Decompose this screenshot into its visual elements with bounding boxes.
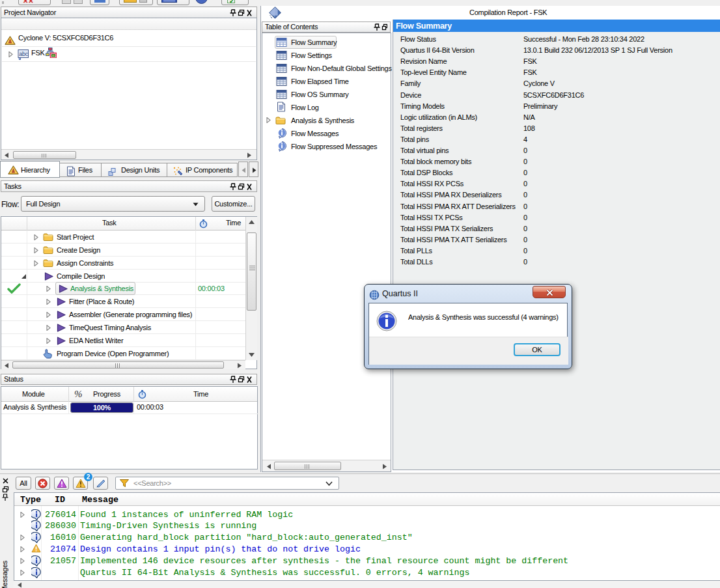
- svg-text:abc: abc: [19, 51, 29, 57]
